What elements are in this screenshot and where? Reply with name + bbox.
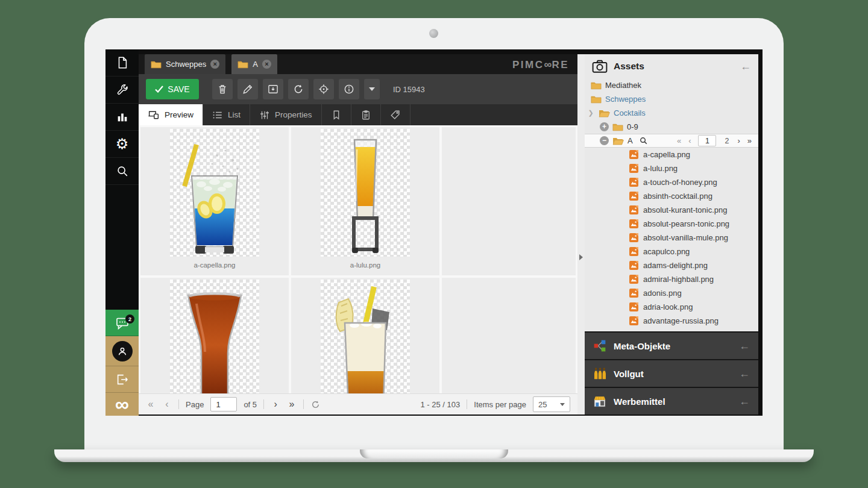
asset-file-row[interactable]: adria-look.png bbox=[585, 300, 758, 314]
tree-first-page-button[interactable]: « bbox=[675, 136, 683, 145]
folder-open-icon bbox=[599, 108, 610, 117]
close-icon[interactable]: × bbox=[210, 60, 219, 69]
expand-icon[interactable]: + bbox=[600, 122, 609, 131]
asset-file-name: admiral-highball.png bbox=[643, 275, 714, 284]
folder-open-icon bbox=[612, 136, 624, 145]
sidebar-item-settings[interactable]: ⚙ bbox=[105, 131, 139, 158]
accordion-meta-objekte[interactable]: Meta-Objekte ← bbox=[585, 331, 758, 359]
next-page-button[interactable]: › bbox=[271, 399, 280, 410]
last-page-button[interactable]: » bbox=[287, 399, 297, 410]
collapse-panel-icon[interactable]: ← bbox=[739, 340, 750, 352]
laptop-mockup: ⚙ 2 ∞ bbox=[0, 0, 868, 488]
close-icon[interactable]: × bbox=[262, 60, 271, 69]
collapse-panel-icon[interactable]: ← bbox=[739, 395, 750, 408]
tree-node-schweppes[interactable]: Schweppes bbox=[585, 92, 758, 106]
divider bbox=[178, 399, 179, 409]
search-icon[interactable] bbox=[639, 136, 648, 145]
image-file-icon bbox=[629, 316, 638, 325]
sidebar-item-logout[interactable] bbox=[105, 366, 139, 393]
page-number-input[interactable] bbox=[210, 397, 237, 411]
asset-card-row2-left[interactable] bbox=[140, 278, 289, 393]
folder-icon bbox=[612, 122, 623, 131]
chevron-down-icon bbox=[369, 87, 375, 91]
asset-file-row[interactable]: absolut-kurant-tonic.png bbox=[585, 203, 758, 217]
asset-file-row[interactable]: advantage-russia.png bbox=[585, 314, 758, 328]
tree-next-page-button[interactable]: › bbox=[735, 136, 741, 145]
asset-file-row[interactable]: admiral-highball.png bbox=[585, 272, 758, 286]
chevron-icon[interactable]: ❯ bbox=[587, 109, 595, 117]
image-file-icon bbox=[629, 289, 638, 298]
image-file-icon bbox=[629, 233, 638, 242]
tab-schweppes[interactable]: Schweppes × bbox=[145, 54, 225, 74]
tree-current-page[interactable]: 1 bbox=[698, 135, 716, 146]
asset-card-a-capella[interactable]: a-capella.png bbox=[140, 127, 289, 275]
locate-button[interactable] bbox=[313, 79, 334, 99]
page-of-label: of 5 bbox=[244, 400, 257, 409]
panel-splitter[interactable] bbox=[577, 54, 585, 414]
bottles-icon bbox=[593, 367, 606, 380]
infinity-icon: ∞ bbox=[115, 395, 129, 414]
first-page-button[interactable]: « bbox=[146, 399, 156, 410]
asset-file-name: advantage-russia.png bbox=[643, 316, 719, 325]
info-button[interactable] bbox=[339, 79, 359, 99]
items-per-page-select[interactable]: 25 bbox=[533, 396, 570, 412]
camera-icon bbox=[592, 59, 608, 74]
tree-node-a[interactable]: − A « ‹ 1 2 › » bbox=[585, 134, 758, 148]
sidebar-item-documents[interactable] bbox=[105, 49, 139, 77]
asset-file-name: absolut-vanilla-mule.png bbox=[643, 233, 728, 242]
tree-node-0-9[interactable]: + 0-9 bbox=[585, 120, 758, 134]
tab-preview[interactable]: Preview bbox=[139, 104, 203, 125]
asset-card-row2-right[interactable] bbox=[291, 278, 439, 393]
asset-grid: a-capella.png bbox=[139, 125, 577, 393]
delete-button[interactable] bbox=[212, 79, 233, 99]
upload-button[interactable] bbox=[263, 79, 283, 99]
avatar bbox=[112, 341, 133, 361]
tab-notes[interactable] bbox=[351, 104, 381, 125]
asset-file-row[interactable]: acapulco.png bbox=[585, 245, 758, 258]
laptop-bezel: ⚙ 2 ∞ bbox=[84, 18, 784, 449]
asset-card-empty bbox=[442, 127, 576, 275]
collapse-panel-icon[interactable]: ← bbox=[739, 368, 750, 380]
tree-node-mediathek[interactable]: Mediathek bbox=[585, 78, 758, 92]
sidebar-pimcore-logo[interactable]: ∞ bbox=[105, 393, 139, 416]
sidebar-item-profile[interactable] bbox=[105, 336, 139, 366]
tab-properties[interactable]: Properties bbox=[250, 104, 322, 125]
sidebar-item-tools[interactable] bbox=[105, 77, 139, 104]
asset-file-row[interactable]: adonis.png bbox=[585, 286, 758, 300]
sidebar-item-reports[interactable] bbox=[105, 104, 139, 131]
refresh-icon[interactable] bbox=[310, 399, 321, 410]
sidebar-item-notifications[interactable]: 2 bbox=[105, 310, 139, 336]
webcam-dot bbox=[429, 29, 438, 38]
asset-id-label: ID 15943 bbox=[393, 85, 425, 94]
collapse-icon[interactable]: − bbox=[600, 136, 609, 145]
items-per-page-label: Items per page bbox=[474, 400, 526, 409]
tab-a[interactable]: A × bbox=[231, 54, 277, 74]
asset-file-row[interactable]: adams-delight.png bbox=[585, 258, 758, 272]
tab-tags[interactable] bbox=[381, 104, 410, 125]
asset-card-a-lulu[interactable]: a-lulu.png bbox=[291, 127, 439, 275]
tab-list[interactable]: List bbox=[203, 104, 250, 125]
rename-button[interactable] bbox=[237, 79, 258, 99]
asset-file-row[interactable]: absinth-cocktail.png bbox=[585, 189, 758, 203]
document-icon bbox=[116, 56, 129, 69]
main-sidebar: ⚙ 2 ∞ bbox=[105, 49, 139, 416]
tab-bookmarks[interactable] bbox=[322, 104, 351, 125]
sidebar-item-search[interactable] bbox=[105, 158, 139, 185]
tree-node-cocktails[interactable]: ❯ Cocktails bbox=[585, 106, 758, 120]
previous-page-button[interactable]: ‹ bbox=[162, 399, 172, 410]
asset-file-row[interactable]: a-touch-of-honey.png bbox=[585, 175, 758, 189]
accordion-werbemittel[interactable]: Werbemittel ← bbox=[585, 387, 758, 414]
tree-page-2-button[interactable]: 2 bbox=[722, 137, 732, 145]
tree-previous-page-button[interactable]: ‹ bbox=[687, 136, 693, 145]
save-button[interactable]: SAVE bbox=[146, 79, 199, 99]
image-file-icon bbox=[629, 178, 638, 187]
tree-last-page-button[interactable]: » bbox=[746, 136, 753, 145]
asset-file-row[interactable]: absolut-vanilla-mule.png bbox=[585, 231, 758, 245]
more-actions-button[interactable] bbox=[364, 79, 380, 99]
accordion-vollgut[interactable]: Vollgut ← bbox=[585, 359, 758, 387]
collapse-panel-icon[interactable]: ← bbox=[740, 60, 751, 73]
reload-button[interactable] bbox=[288, 79, 309, 99]
asset-file-row[interactable]: a-capella.png bbox=[585, 148, 758, 161]
asset-file-row[interactable]: a-lulu.png bbox=[585, 161, 758, 175]
asset-file-row[interactable]: absolut-pearsn-tonic.png bbox=[585, 217, 758, 231]
